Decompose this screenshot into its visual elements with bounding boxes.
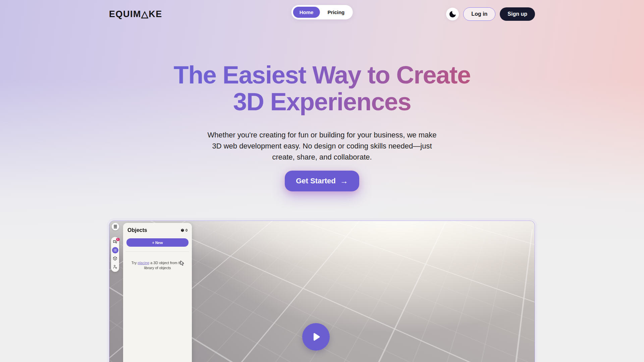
theme-toggle-button[interactable] bbox=[446, 8, 459, 20]
nav-item-home[interactable]: Home bbox=[293, 7, 320, 18]
empty-state-hint: Try placing a 3D object from the library… bbox=[128, 260, 187, 270]
get-started-button[interactable]: Get Started → bbox=[285, 171, 359, 191]
objects-panel-header: Objects 0 bbox=[126, 227, 189, 233]
cube-count-icon bbox=[180, 228, 184, 232]
hero-subtitle-line-3: create, share, and collaborate. bbox=[0, 152, 644, 163]
signup-button[interactable]: Sign up bbox=[500, 7, 535, 21]
new-object-button[interactable]: + New bbox=[126, 238, 189, 247]
hero-title-line-1: The Easiest Way to Create bbox=[154, 62, 490, 88]
get-started-label: Get Started bbox=[296, 177, 336, 185]
library-button[interactable] bbox=[112, 255, 118, 262]
objects-panel-title: Objects bbox=[127, 227, 147, 233]
user-settings-button[interactable] bbox=[112, 263, 118, 270]
menu-button[interactable] bbox=[112, 223, 119, 230]
landing-page: EQUIM△KE Home Pricing Log in Sign up The… bbox=[0, 0, 644, 362]
hero-title-line-2: 3D Experiences bbox=[154, 88, 490, 115]
panel-divider bbox=[126, 251, 189, 252]
play-icon bbox=[310, 331, 322, 343]
object-counter: 0 bbox=[180, 228, 187, 232]
hero-title: The Easiest Way to Create 3D Experiences bbox=[154, 62, 490, 115]
header-actions: Log in Sign up bbox=[446, 7, 535, 21]
arrow-right-icon: → bbox=[340, 177, 348, 185]
chat-notification-badge: 1 bbox=[116, 238, 120, 241]
list-icon bbox=[113, 248, 117, 252]
tool-rail: 1 bbox=[111, 237, 119, 272]
placing-link[interactable]: placing bbox=[138, 261, 149, 265]
hamburger-icon bbox=[114, 225, 117, 226]
main-nav: Home Pricing bbox=[291, 5, 353, 19]
nav-item-pricing[interactable]: Pricing bbox=[321, 7, 351, 18]
login-button[interactable]: Log in bbox=[463, 7, 495, 21]
objects-panel: Objects 0 + New Try placing a 3D object … bbox=[123, 223, 192, 362]
hero-subtitle-line-2: 3D web development easy. No design or co… bbox=[0, 140, 644, 152]
objects-list-button[interactable] bbox=[112, 247, 118, 253]
cube-icon bbox=[113, 256, 117, 261]
app-preview-window: 1 bbox=[109, 221, 535, 362]
cta-row: Get Started → bbox=[0, 171, 644, 191]
user-gear-icon bbox=[113, 264, 117, 269]
hero-subtitle: Whether you're creating for fun or build… bbox=[0, 129, 644, 163]
logo: EQUIM△KE bbox=[109, 9, 162, 19]
chat-button[interactable]: 1 bbox=[112, 239, 118, 245]
object-count-value: 0 bbox=[185, 228, 187, 232]
hero-subtitle-line-1: Whether you're creating for fun or build… bbox=[0, 129, 644, 140]
play-button[interactable] bbox=[302, 323, 330, 351]
top-nav: EQUIM△KE Home Pricing Log in Sign up bbox=[109, 0, 535, 21]
moon-icon bbox=[449, 11, 456, 17]
